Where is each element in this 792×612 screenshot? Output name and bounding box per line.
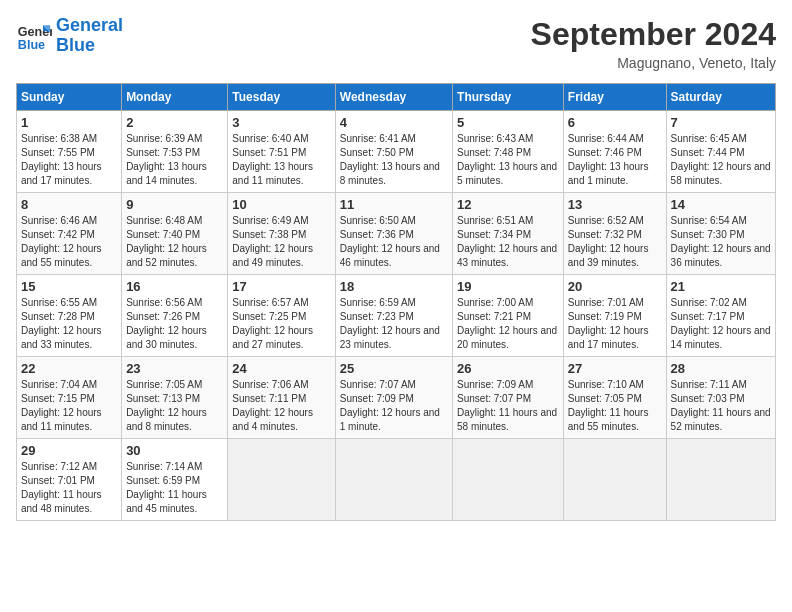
day-number: 5 [457, 115, 559, 130]
daylight-label: Daylight: 11 hours and 52 minutes. [671, 407, 771, 432]
calendar-week-3: 15 Sunrise: 6:55 AM Sunset: 7:28 PM Dayl… [17, 275, 776, 357]
calendar-cell: 10 Sunrise: 6:49 AM Sunset: 7:38 PM Dayl… [228, 193, 335, 275]
day-number: 24 [232, 361, 330, 376]
calendar-cell: 6 Sunrise: 6:44 AM Sunset: 7:46 PM Dayli… [563, 111, 666, 193]
day-info: Sunrise: 7:09 AM Sunset: 7:07 PM Dayligh… [457, 378, 559, 434]
day-info: Sunrise: 6:39 AM Sunset: 7:53 PM Dayligh… [126, 132, 223, 188]
calendar-cell: 14 Sunrise: 6:54 AM Sunset: 7:30 PM Dayl… [666, 193, 775, 275]
sunrise-label: Sunrise: 7:00 AM [457, 297, 533, 308]
calendar-subtitle: Magugnano, Veneto, Italy [531, 55, 776, 71]
calendar-header-row: SundayMondayTuesdayWednesdayThursdayFrid… [17, 84, 776, 111]
day-number: 26 [457, 361, 559, 376]
day-number: 4 [340, 115, 448, 130]
calendar-table: SundayMondayTuesdayWednesdayThursdayFrid… [16, 83, 776, 521]
daylight-label: Daylight: 12 hours and 30 minutes. [126, 325, 207, 350]
logo: General Blue General Blue [16, 16, 123, 56]
daylight-label: Daylight: 12 hours and 23 minutes. [340, 325, 440, 350]
calendar-cell [335, 439, 452, 521]
day-number: 27 [568, 361, 662, 376]
weekday-header-saturday: Saturday [666, 84, 775, 111]
day-info: Sunrise: 6:59 AM Sunset: 7:23 PM Dayligh… [340, 296, 448, 352]
sunset-label: Sunset: 7:32 PM [568, 229, 642, 240]
sunset-label: Sunset: 7:09 PM [340, 393, 414, 404]
sunset-label: Sunset: 7:11 PM [232, 393, 306, 404]
day-number: 29 [21, 443, 117, 458]
day-number: 18 [340, 279, 448, 294]
day-number: 20 [568, 279, 662, 294]
calendar-week-2: 8 Sunrise: 6:46 AM Sunset: 7:42 PM Dayli… [17, 193, 776, 275]
calendar-week-5: 29 Sunrise: 7:12 AM Sunset: 7:01 PM Dayl… [17, 439, 776, 521]
weekday-header-friday: Friday [563, 84, 666, 111]
calendar-cell: 20 Sunrise: 7:01 AM Sunset: 7:19 PM Dayl… [563, 275, 666, 357]
sunrise-label: Sunrise: 6:52 AM [568, 215, 644, 226]
day-number: 14 [671, 197, 771, 212]
daylight-label: Daylight: 12 hours and 52 minutes. [126, 243, 207, 268]
day-number: 21 [671, 279, 771, 294]
sunset-label: Sunset: 7:38 PM [232, 229, 306, 240]
day-info: Sunrise: 7:10 AM Sunset: 7:05 PM Dayligh… [568, 378, 662, 434]
calendar-cell: 15 Sunrise: 6:55 AM Sunset: 7:28 PM Dayl… [17, 275, 122, 357]
day-info: Sunrise: 6:40 AM Sunset: 7:51 PM Dayligh… [232, 132, 330, 188]
day-number: 11 [340, 197, 448, 212]
sunset-label: Sunset: 7:05 PM [568, 393, 642, 404]
weekday-header-sunday: Sunday [17, 84, 122, 111]
calendar-week-1: 1 Sunrise: 6:38 AM Sunset: 7:55 PM Dayli… [17, 111, 776, 193]
daylight-label: Daylight: 11 hours and 45 minutes. [126, 489, 207, 514]
sunrise-label: Sunrise: 6:38 AM [21, 133, 97, 144]
sunrise-label: Sunrise: 6:55 AM [21, 297, 97, 308]
sunset-label: Sunset: 7:46 PM [568, 147, 642, 158]
daylight-label: Daylight: 12 hours and 49 minutes. [232, 243, 313, 268]
weekday-header-monday: Monday [122, 84, 228, 111]
day-info: Sunrise: 6:48 AM Sunset: 7:40 PM Dayligh… [126, 214, 223, 270]
day-number: 22 [21, 361, 117, 376]
calendar-cell: 13 Sunrise: 6:52 AM Sunset: 7:32 PM Dayl… [563, 193, 666, 275]
day-number: 15 [21, 279, 117, 294]
day-info: Sunrise: 6:50 AM Sunset: 7:36 PM Dayligh… [340, 214, 448, 270]
sunset-label: Sunset: 7:34 PM [457, 229, 531, 240]
sunrise-label: Sunrise: 7:12 AM [21, 461, 97, 472]
daylight-label: Daylight: 12 hours and 14 minutes. [671, 325, 771, 350]
daylight-label: Daylight: 13 hours and 17 minutes. [21, 161, 102, 186]
calendar-cell: 2 Sunrise: 6:39 AM Sunset: 7:53 PM Dayli… [122, 111, 228, 193]
daylight-label: Daylight: 13 hours and 8 minutes. [340, 161, 440, 186]
sunrise-label: Sunrise: 6:51 AM [457, 215, 533, 226]
logo-icon: General Blue [16, 18, 52, 54]
daylight-label: Daylight: 12 hours and 58 minutes. [671, 161, 771, 186]
day-info: Sunrise: 7:02 AM Sunset: 7:17 PM Dayligh… [671, 296, 771, 352]
daylight-label: Daylight: 12 hours and 11 minutes. [21, 407, 102, 432]
calendar-cell: 4 Sunrise: 6:41 AM Sunset: 7:50 PM Dayli… [335, 111, 452, 193]
calendar-cell: 27 Sunrise: 7:10 AM Sunset: 7:05 PM Dayl… [563, 357, 666, 439]
day-info: Sunrise: 7:04 AM Sunset: 7:15 PM Dayligh… [21, 378, 117, 434]
sunset-label: Sunset: 7:42 PM [21, 229, 95, 240]
calendar-cell: 3 Sunrise: 6:40 AM Sunset: 7:51 PM Dayli… [228, 111, 335, 193]
sunset-label: Sunset: 7:23 PM [340, 311, 414, 322]
daylight-label: Daylight: 12 hours and 20 minutes. [457, 325, 557, 350]
calendar-week-4: 22 Sunrise: 7:04 AM Sunset: 7:15 PM Dayl… [17, 357, 776, 439]
daylight-label: Daylight: 12 hours and 17 minutes. [568, 325, 649, 350]
day-number: 30 [126, 443, 223, 458]
day-number: 8 [21, 197, 117, 212]
sunrise-label: Sunrise: 6:39 AM [126, 133, 202, 144]
daylight-label: Daylight: 12 hours and 39 minutes. [568, 243, 649, 268]
weekday-header-thursday: Thursday [453, 84, 564, 111]
calendar-cell: 21 Sunrise: 7:02 AM Sunset: 7:17 PM Dayl… [666, 275, 775, 357]
sunset-label: Sunset: 7:50 PM [340, 147, 414, 158]
calendar-cell: 26 Sunrise: 7:09 AM Sunset: 7:07 PM Dayl… [453, 357, 564, 439]
day-info: Sunrise: 6:56 AM Sunset: 7:26 PM Dayligh… [126, 296, 223, 352]
day-number: 28 [671, 361, 771, 376]
day-number: 16 [126, 279, 223, 294]
calendar-cell: 29 Sunrise: 7:12 AM Sunset: 7:01 PM Dayl… [17, 439, 122, 521]
day-info: Sunrise: 6:55 AM Sunset: 7:28 PM Dayligh… [21, 296, 117, 352]
sunrise-label: Sunrise: 6:57 AM [232, 297, 308, 308]
calendar-cell: 9 Sunrise: 6:48 AM Sunset: 7:40 PM Dayli… [122, 193, 228, 275]
day-info: Sunrise: 6:38 AM Sunset: 7:55 PM Dayligh… [21, 132, 117, 188]
calendar-cell: 25 Sunrise: 7:07 AM Sunset: 7:09 PM Dayl… [335, 357, 452, 439]
calendar-cell: 17 Sunrise: 6:57 AM Sunset: 7:25 PM Dayl… [228, 275, 335, 357]
calendar-cell: 28 Sunrise: 7:11 AM Sunset: 7:03 PM Dayl… [666, 357, 775, 439]
daylight-label: Daylight: 13 hours and 1 minute. [568, 161, 649, 186]
sunrise-label: Sunrise: 6:40 AM [232, 133, 308, 144]
calendar-cell [563, 439, 666, 521]
daylight-label: Daylight: 12 hours and 46 minutes. [340, 243, 440, 268]
sunset-label: Sunset: 7:55 PM [21, 147, 95, 158]
sunset-label: Sunset: 7:51 PM [232, 147, 306, 158]
